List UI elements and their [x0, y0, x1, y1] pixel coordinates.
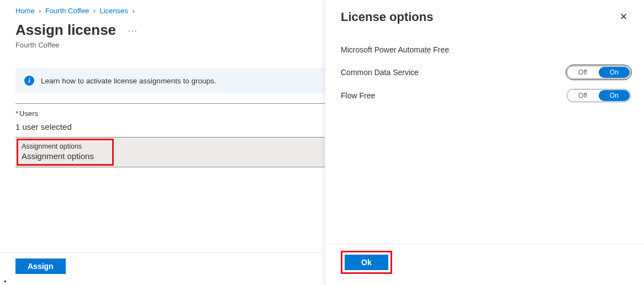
- required-star-icon: *: [15, 109, 18, 118]
- users-label: *Users: [15, 109, 325, 118]
- chevron-right-icon: ›: [39, 7, 41, 15]
- panel-header: License options ✕: [325, 0, 644, 24]
- assignment-options-row[interactable]: Assignment options Assignment options: [15, 137, 325, 167]
- users-value: 1 user selected: [15, 118, 325, 131]
- chevron-right-icon: ›: [132, 7, 134, 15]
- info-banner-text[interactable]: Learn how to activate license assignment…: [41, 77, 216, 85]
- page-subtitle: Fourth Coffee: [0, 39, 325, 49]
- assignment-options-highlight: Assignment options Assignment options: [17, 139, 114, 166]
- main-content: Home › Fourth Coffee › Licenses › Assign…: [0, 0, 325, 285]
- panel-body: Microsoft Power Automate Free Common Dat…: [325, 24, 644, 244]
- more-options-button[interactable]: ···: [126, 24, 140, 37]
- ok-button[interactable]: Ok: [345, 255, 388, 270]
- assign-button[interactable]: Assign: [15, 258, 66, 274]
- chevron-right-icon: ›: [93, 7, 96, 15]
- toggle-flow-free[interactable]: Off On: [567, 89, 631, 102]
- page-title: Assign license: [15, 22, 116, 39]
- info-icon: i: [24, 76, 34, 86]
- page-header: Assign license ···: [0, 17, 325, 39]
- toggle-on[interactable]: On: [599, 67, 630, 78]
- toggle-off[interactable]: Off: [567, 89, 598, 102]
- info-banner: i Learn how to activate license assignme…: [15, 68, 325, 93]
- close-icon[interactable]: ✕: [616, 10, 631, 24]
- ok-button-highlight: Ok: [341, 251, 392, 274]
- toggle-label: Common Data Service: [341, 68, 419, 77]
- toggle-common-data-service[interactable]: Off On: [567, 66, 631, 79]
- panel-footer: Ok: [325, 244, 644, 285]
- main-footer: Assign ◂: [0, 252, 325, 285]
- assignment-options-small-label: Assignment options: [22, 142, 108, 150]
- scroll-left-icon[interactable]: ◂: [3, 278, 6, 284]
- plan-name: Microsoft Power Automate Free: [341, 45, 631, 54]
- toggle-on[interactable]: On: [599, 90, 630, 101]
- panel-title: License options: [341, 10, 433, 24]
- breadcrumb-licenses[interactable]: Licenses: [99, 7, 128, 15]
- toggle-label: Flow Free: [341, 91, 375, 100]
- breadcrumb: Home › Fourth Coffee › Licenses ›: [0, 0, 325, 17]
- assignment-options-label: Assignment options: [22, 150, 108, 161]
- users-field[interactable]: *Users 1 user selected: [0, 104, 325, 131]
- toggle-row-common-data-service: Common Data Service Off On: [341, 61, 631, 84]
- breadcrumb-fourth-coffee[interactable]: Fourth Coffee: [45, 7, 89, 15]
- breadcrumb-home[interactable]: Home: [15, 7, 35, 15]
- license-options-panel: License options ✕ Microsoft Power Automa…: [325, 0, 644, 285]
- toggle-row-flow-free: Flow Free Off On: [341, 84, 631, 107]
- toggle-off[interactable]: Off: [567, 66, 598, 78]
